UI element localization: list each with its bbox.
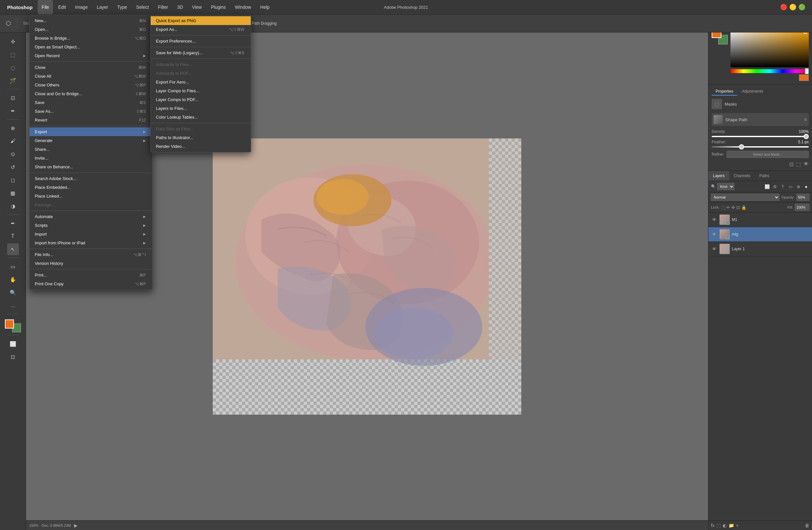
tab-adjustments[interactable]: Adjustments: [738, 88, 767, 96]
filter-pixel-icon[interactable]: ⬜: [764, 183, 770, 190]
menu-scripts[interactable]: Scripts ▶: [30, 221, 152, 230]
eye-icon[interactable]: 👁: [803, 161, 809, 167]
tab-channels[interactable]: Channels: [729, 171, 755, 181]
filter-adjustment-icon[interactable]: ⚙: [772, 183, 778, 190]
menu-export[interactable]: Export ▶: [30, 127, 152, 136]
menu-window[interactable]: Window: [231, 0, 255, 14]
menu-paths-illustrator[interactable]: Paths to Illustrator...: [151, 133, 251, 142]
layer-item-layer1[interactable]: 👁 Layer 1: [708, 242, 812, 256]
eyedropper-tool[interactable]: ✒: [7, 105, 19, 117]
hue-handle[interactable]: [805, 68, 809, 74]
delete-layer-icon[interactable]: 🗑: [805, 523, 809, 528]
menu-plugins[interactable]: Plugins: [207, 0, 230, 14]
app-name[interactable]: Photoshop: [3, 0, 37, 14]
menu-3d[interactable]: 3D: [173, 0, 187, 14]
lock-transparency-icon[interactable]: ⬚: [721, 205, 725, 210]
menu-share[interactable]: Share...: [30, 145, 152, 154]
menu-image[interactable]: Image: [71, 0, 91, 14]
menu-type[interactable]: Type: [113, 0, 131, 14]
blend-mode-select[interactable]: Normal Multiply Screen: [711, 194, 780, 201]
menu-export-as[interactable]: Export As... ⌥⇧⌘W: [151, 25, 251, 34]
fx-icon[interactable]: fx: [711, 523, 714, 528]
color-picker-gradient[interactable]: [730, 28, 809, 67]
menu-edit[interactable]: Edit: [54, 0, 70, 14]
menu-help[interactable]: Help: [256, 0, 274, 14]
menu-invite[interactable]: Invite...: [30, 154, 152, 162]
menu-view[interactable]: View: [188, 0, 206, 14]
extra-tool[interactable]: …: [7, 300, 19, 311]
add-mask-icon[interactable]: ⬚: [716, 523, 721, 528]
color-swatches[interactable]: [5, 319, 21, 332]
foreground-color[interactable]: [5, 319, 14, 329]
opacity-input[interactable]: [796, 194, 809, 201]
zoom-tool[interactable]: 🔍: [7, 287, 19, 298]
hand-tool[interactable]: ✋: [7, 274, 19, 285]
gradient-tool[interactable]: ▦: [7, 187, 19, 199]
pen-tool[interactable]: ✒: [7, 217, 19, 229]
status-arrow[interactable]: ▶: [74, 523, 78, 528]
move-tool[interactable]: ✣: [7, 36, 19, 47]
marquee-tool[interactable]: ⬚: [7, 49, 19, 60]
density-slider[interactable]: [712, 136, 809, 137]
eraser-tool[interactable]: ◻: [7, 174, 19, 186]
new-layer-icon[interactable]: +: [736, 523, 739, 528]
hue-slider[interactable]: [730, 69, 809, 73]
filter-shape-icon[interactable]: ▭: [787, 183, 794, 190]
select-mask-button[interactable]: Select and Mask...: [727, 151, 809, 158]
layer-visibility-layer1[interactable]: 👁: [711, 246, 717, 252]
menu-save-as[interactable]: Save As... ⇧⌘S: [30, 107, 152, 116]
type-tool[interactable]: T: [7, 230, 19, 242]
menu-layers-files[interactable]: Layers to Files...: [151, 104, 251, 113]
tab-properties[interactable]: Properties: [712, 88, 737, 96]
layer-visibility-mtg[interactable]: 👁: [711, 232, 717, 237]
menu-save-web[interactable]: Save for Web (Legacy)... ⌥⇧⌘S: [151, 48, 251, 57]
menu-import-iphone[interactable]: Import from iPhone or iPad ▶: [30, 239, 152, 247]
menu-print-one[interactable]: Print One Copy ⌥⌘P: [30, 280, 152, 288]
menu-revert[interactable]: Revert F12: [30, 116, 152, 125]
menu-color-lookup[interactable]: Color Lookup Tables...: [151, 113, 251, 121]
menu-generate[interactable]: Generate ▶: [30, 136, 152, 145]
dodge-tool[interactable]: ◑: [7, 200, 19, 212]
history-brush-tool[interactable]: ↺: [7, 161, 19, 173]
menu-print[interactable]: Print... ⌘P: [30, 271, 152, 280]
crop-tool[interactable]: ⊡: [7, 92, 19, 104]
menu-file-info[interactable]: File Info... ⌥⌘⌃I: [30, 250, 152, 259]
path-selection-tool[interactable]: ↖: [7, 243, 19, 255]
filter-type-icon[interactable]: T: [780, 183, 786, 190]
menu-layer-comps-files[interactable]: Layer Comps to Files...: [151, 86, 251, 95]
menu-open-recent[interactable]: Open Recent ▶: [30, 51, 152, 60]
add-pixel-mask-icon[interactable]: ⊡: [789, 161, 794, 167]
filter-toggle[interactable]: ●: [803, 183, 809, 190]
menu-new[interactable]: New... ⌘N: [30, 16, 152, 25]
menu-close-all[interactable]: Close All ⌥⌘W: [30, 72, 152, 81]
heal-tool[interactable]: ⊕: [7, 122, 19, 134]
menu-search-stock[interactable]: Search Adobe Stock...: [30, 174, 152, 183]
menu-layer-comps-pdf[interactable]: Layer Comps to PDF...: [151, 95, 251, 104]
quick-mask-tool[interactable]: ⬜: [7, 338, 19, 350]
feather-slider[interactable]: [712, 146, 809, 147]
layers-kind-select[interactable]: Kind: [717, 183, 734, 190]
menu-share-behance[interactable]: Share on Behance...: [30, 162, 152, 171]
density-handle[interactable]: [803, 134, 809, 139]
screen-mode-tool[interactable]: ⊡: [7, 351, 19, 363]
feather-handle[interactable]: [739, 144, 744, 149]
lock-paint-icon[interactable]: ✏: [727, 205, 730, 210]
menu-save[interactable]: Save ⌘S: [30, 98, 152, 107]
lasso-tool[interactable]: ◌: [7, 62, 19, 73]
menu-select[interactable]: Select: [132, 0, 153, 14]
layer-visibility-m1[interactable]: 👁: [711, 217, 717, 222]
fill-input[interactable]: [795, 204, 809, 211]
menu-quick-export-png[interactable]: Quick Export as PNG: [151, 16, 251, 25]
menu-export-prefs[interactable]: Export Preferences...: [151, 37, 251, 45]
lock-artboard-icon[interactable]: ⊡: [736, 205, 740, 210]
menu-open-smart[interactable]: Open as Smart Object...: [30, 43, 152, 51]
menu-close[interactable]: Close ⌘W: [30, 63, 152, 72]
shape-tool[interactable]: ▭: [7, 261, 19, 272]
brush-tool[interactable]: 🖌: [7, 135, 19, 147]
menu-render-video[interactable]: Render Video...: [151, 142, 251, 151]
lock-all-icon[interactable]: 🔒: [741, 205, 746, 210]
menu-place-embedded[interactable]: Place Embedded...: [30, 183, 152, 192]
tab-paths[interactable]: Paths: [755, 171, 774, 181]
filter-smart-icon[interactable]: ⊕: [795, 183, 802, 190]
menu-open[interactable]: Open... ⌘O: [30, 25, 152, 34]
